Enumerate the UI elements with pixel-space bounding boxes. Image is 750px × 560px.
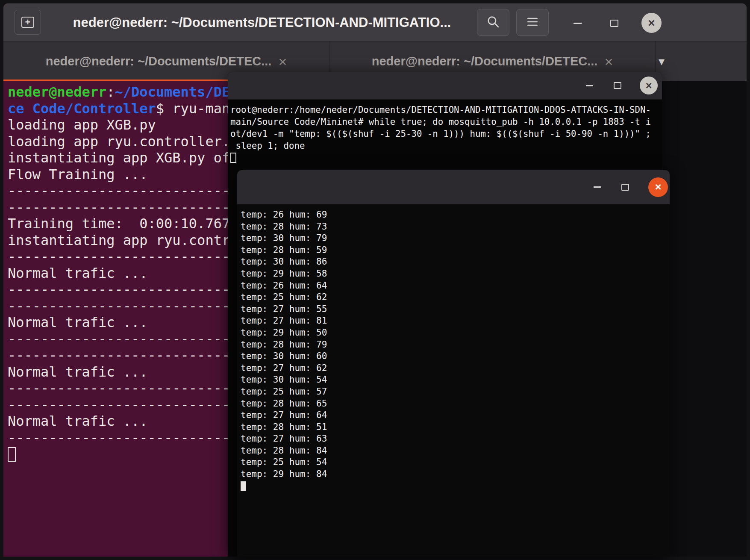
close-button[interactable]: ×: [640, 77, 658, 94]
terminal-cursor: [241, 481, 246, 491]
search-button[interactable]: [477, 9, 509, 36]
terminal-line: temp: 25 hum: 54: [241, 457, 670, 469]
minimize-icon: [594, 186, 601, 188]
tab-close-button[interactable]: ×: [604, 54, 613, 69]
background-fill: [662, 81, 747, 557]
minimize-button[interactable]: [588, 179, 606, 196]
terminal-line: temp: 29 hum: 50: [241, 327, 670, 339]
terminal-line: temp: 30 hum: 79: [241, 233, 670, 245]
close-button[interactable]: ×: [641, 13, 662, 33]
new-tab-button[interactable]: +: [15, 10, 41, 35]
tab-close-button[interactable]: ×: [278, 54, 287, 69]
terminal-line: ot/dev1 -m "temp: $(($(shuf -i 25-30 -n …: [230, 128, 662, 140]
terminal-line: temp: 25 hum: 57: [241, 386, 670, 398]
minimize-icon: [574, 23, 582, 24]
restore-button[interactable]: [604, 13, 624, 33]
publisher-titlebar[interactable]: ×: [228, 72, 662, 100]
terminal-line: temp: 27 hum: 63: [241, 433, 670, 445]
menu-button[interactable]: [516, 9, 549, 36]
minimize-button[interactable]: [568, 13, 587, 33]
subscriber-titlebar[interactable]: ×: [237, 170, 670, 204]
close-button[interactable]: ×: [648, 177, 668, 197]
desktop: + neder@nederr: ~/Documents/DETECTION-AN…: [0, 0, 750, 560]
maximize-icon: [621, 184, 629, 191]
tab-label: neder@nederr: ~/Documents/DETEC...: [46, 54, 272, 68]
terminal-line: temp: 29 hum: 58: [241, 268, 670, 280]
close-icon: ×: [646, 80, 652, 92]
terminal-line: temp: 25 hum: 62: [241, 292, 670, 304]
terminal-line: main/Source Code/Mininet# while true; do…: [230, 116, 662, 128]
close-icon: ×: [655, 180, 661, 194]
terminal-line: temp: 28 hum: 65: [241, 398, 670, 410]
maximize-icon: [614, 82, 621, 89]
hamburger-menu-icon: [526, 15, 539, 30]
search-icon: [486, 15, 500, 30]
terminal-line: temp: 27 hum: 64: [241, 410, 670, 421]
subscriber-terminal-output[interactable]: temp: 26 hum: 69temp: 28 hum: 73temp: 30…: [237, 205, 670, 557]
terminal-line: temp: 27 hum: 81: [241, 315, 670, 327]
window-title: neder@nederr: ~/Documents/DETECTION-AND-…: [59, 3, 465, 41]
terminal-line: temp: 28 hum: 59: [241, 245, 670, 256]
terminal-line: temp: 30 hum: 54: [241, 374, 670, 386]
terminal-line: temp: 26 hum: 64: [241, 280, 670, 292]
terminal-line: root@nederr:/home/neder/Documents/DETECT…: [230, 104, 662, 116]
terminal-line: temp: 26 hum: 69: [241, 209, 670, 221]
terminal-line: temp: 30 hum: 60: [241, 351, 670, 363]
terminal-line: temp: 28 hum: 84: [241, 445, 670, 457]
terminal-cursor: [230, 153, 236, 163]
terminal-line: temp: 27 hum: 62: [241, 363, 670, 374]
minimize-icon: [586, 85, 593, 86]
terminal-line: temp: 28 hum: 73: [241, 221, 670, 233]
terminal-line: temp: 28 hum: 79: [241, 339, 670, 351]
main-titlebar[interactable]: + neder@nederr: ~/Documents/DETECTION-AN…: [3, 3, 747, 41]
subscriber-terminal-window: × temp: 26 hum: 69temp: 28 hum: 73temp: …: [237, 170, 670, 557]
maximize-button[interactable]: [617, 179, 634, 196]
tab-label: neder@nederr: ~/Documents/DETEC...: [372, 54, 598, 68]
terminal-cursor: [8, 447, 16, 462]
terminal-line: temp: 29 hum: 84: [241, 469, 670, 480]
maximize-button[interactable]: [609, 77, 626, 94]
terminal-line: temp: 28 hum: 51: [241, 421, 670, 433]
chevron-down-icon: ▾: [659, 55, 665, 68]
terminal-line: temp: 30 hum: 86: [241, 256, 670, 268]
terminal-line: sleep 1; done: [230, 140, 662, 152]
close-icon: ×: [648, 17, 655, 29]
restore-icon: [610, 20, 618, 27]
new-tab-icon: +: [21, 17, 34, 28]
terminal-line: temp: 27 hum: 55: [241, 304, 670, 315]
minimize-button[interactable]: [581, 77, 598, 94]
